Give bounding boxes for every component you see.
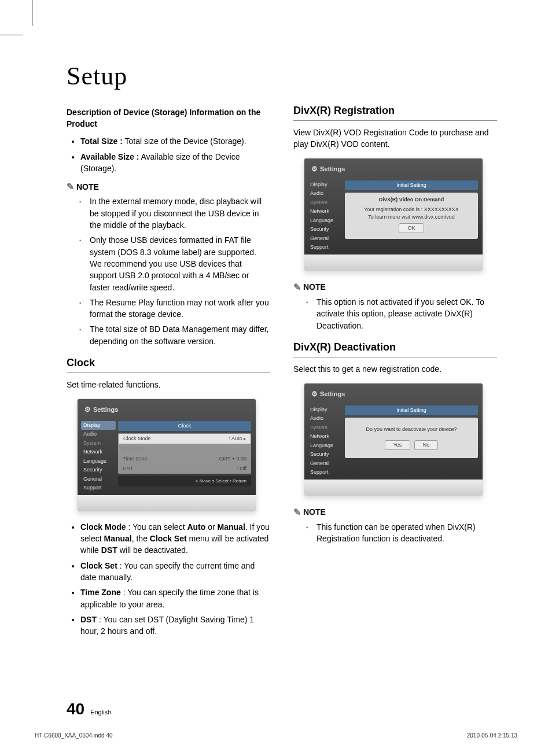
ui-sidebar: Display Audio System Network Language Se…	[304, 178, 343, 255]
list-item: DST : You can set DST (Daylight Saving T…	[80, 614, 270, 637]
sidebar-item[interactable]: System	[83, 439, 116, 448]
sidebar-item[interactable]: Audio	[83, 430, 116, 439]
page-title: Setup	[67, 58, 497, 95]
sidebar-item[interactable]: Language	[310, 216, 343, 226]
sidebar-item[interactable]: System	[310, 198, 343, 208]
gear-icon: ⚙	[84, 405, 91, 415]
list-item: In the external memory mode, disc playba…	[90, 196, 270, 231]
list-item: This option is not activated if you sele…	[317, 296, 497, 331]
sidebar-item[interactable]: Security	[310, 225, 343, 234]
sidebar-item[interactable]: Security	[310, 450, 343, 459]
sidebar-item[interactable]: Display	[81, 421, 116, 430]
sidebar-item[interactable]: Display	[310, 180, 343, 190]
sidebar-item[interactable]: Support	[83, 484, 116, 493]
note-label: ✎ NOTE	[293, 281, 497, 294]
ui-sidebar: Display Audio System Network Language Se…	[78, 419, 116, 495]
divx-deact-ui-screenshot: ⚙Settings Display Audio System Network L…	[304, 383, 483, 496]
sidebar-item[interactable]: General	[310, 459, 343, 469]
dialog: DivX(R) Video On Demand Your registratio…	[345, 193, 478, 239]
clock-ui-screenshot: ⚙Settings Display Audio System Network L…	[77, 399, 256, 511]
sidebar-item[interactable]: Network	[310, 207, 343, 216]
list-item: Only those USB devices formatted in FAT …	[90, 234, 270, 293]
content-columns: Description of Device (Storage) Informat…	[67, 103, 497, 643]
list-item: Clock Mode : You can select Auto or Manu…	[80, 521, 270, 556]
note-label: ✎ NOTE	[67, 180, 270, 193]
ui-footer: > Move s Select r Return	[118, 476, 251, 486]
list-item: The Resume Play function may not work af…	[90, 297, 270, 320]
sidebar-item[interactable]: System	[310, 423, 343, 433]
list-item: Available Size : Available size of the D…	[80, 151, 270, 175]
menu-row: Clock Set	[118, 444, 251, 454]
note-label: ✎ NOTE	[293, 506, 497, 519]
ui-main-header: Initial Setting	[345, 405, 478, 415]
page-footer: 40 English	[67, 698, 497, 721]
sidebar-item[interactable]: Network	[310, 432, 343, 441]
ui-sidebar: Display Audio System Network Language Se…	[304, 403, 343, 480]
chevron-right-icon: ▸	[244, 436, 246, 441]
note-icon: ✎	[293, 506, 301, 519]
sidebar-item[interactable]: Support	[310, 243, 343, 252]
dialog: Do you want to deactivate your device? Y…	[345, 418, 478, 458]
divx-reg-ui-screenshot: ⚙Settings Display Audio System Network L…	[304, 158, 483, 271]
gear-icon: ⚙	[311, 164, 318, 174]
list-item: This function can be operated when DivX(…	[317, 521, 497, 545]
sidebar-item[interactable]: Language	[310, 441, 343, 451]
divx-reg-notes: This option is not activated if you sele…	[293, 296, 497, 331]
ok-button[interactable]: OK	[399, 223, 424, 233]
list-item: Clock Set : You can specify the current …	[80, 560, 270, 584]
sidebar-item[interactable]: General	[83, 475, 116, 484]
menu-row[interactable]: Time Zone: GMT + 0:00	[118, 454, 251, 464]
note-icon: ✎	[293, 281, 301, 294]
menu-row[interactable]: Clock Mode: Auto ▸	[118, 433, 251, 444]
list-item: Total Size : Total size of the Device (S…	[80, 135, 270, 147]
sidebar-item[interactable]: Language	[83, 457, 116, 466]
left-column: Description of Device (Storage) Informat…	[67, 103, 270, 643]
indd-timestamp: 2010-05-04 2:15:13	[467, 732, 517, 740]
divx-deact-heading: DivX(R) Deactivation	[293, 340, 497, 357]
ui-main-header: Initial Setting	[345, 180, 478, 190]
no-button[interactable]: No	[414, 440, 439, 450]
right-column: DivX(R) Registration View DivX(R) VOD Re…	[293, 103, 497, 643]
indd-file: HT-C6600_XAA_0504.indd 40	[35, 732, 113, 740]
storage-heading: Description of Device (Storage) Informat…	[67, 106, 270, 130]
note-icon: ✎	[67, 180, 74, 193]
divx-reg-intro: View DivX(R) VOD Registration Code to pu…	[293, 127, 497, 150]
ui-main-header: Clock	[118, 421, 251, 431]
sidebar-item[interactable]: Audio	[310, 414, 343, 423]
clock-intro: Set time-related functions.	[67, 379, 270, 390]
menu-row[interactable]: DST: Off	[118, 464, 251, 474]
divx-reg-heading: DivX(R) Registration	[293, 103, 497, 121]
list-item: Time Zone : You can specify the time zon…	[80, 587, 270, 610]
clock-bullets: Clock Mode : You can select Auto or Manu…	[67, 521, 270, 637]
divx-deact-intro: Select this to get a new registration co…	[293, 363, 497, 375]
sidebar-item[interactable]: Network	[83, 448, 116, 457]
clock-heading: Clock	[67, 355, 270, 373]
page-number: 40	[67, 698, 84, 721]
list-item: The total size of BD Data Management may…	[90, 323, 270, 347]
sidebar-item[interactable]: Support	[310, 468, 343, 477]
storage-bullets: Total Size : Total size of the Device (S…	[67, 135, 270, 174]
sidebar-item[interactable]: Display	[310, 405, 343, 415]
gear-icon: ⚙	[311, 389, 318, 399]
imprint-line: HT-C6600_XAA_0504.indd 40 2010-05-04 2:1…	[35, 732, 517, 740]
divx-deact-notes: This function can be operated when DivX(…	[293, 521, 497, 545]
sidebar-item[interactable]: Audio	[310, 189, 343, 198]
sidebar-item[interactable]: Security	[83, 466, 116, 475]
storage-notes: In the external memory mode, disc playba…	[67, 196, 270, 347]
sidebar-item[interactable]: General	[310, 234, 343, 244]
footer-lang: English	[90, 708, 111, 717]
yes-button[interactable]: Yes	[385, 440, 411, 450]
